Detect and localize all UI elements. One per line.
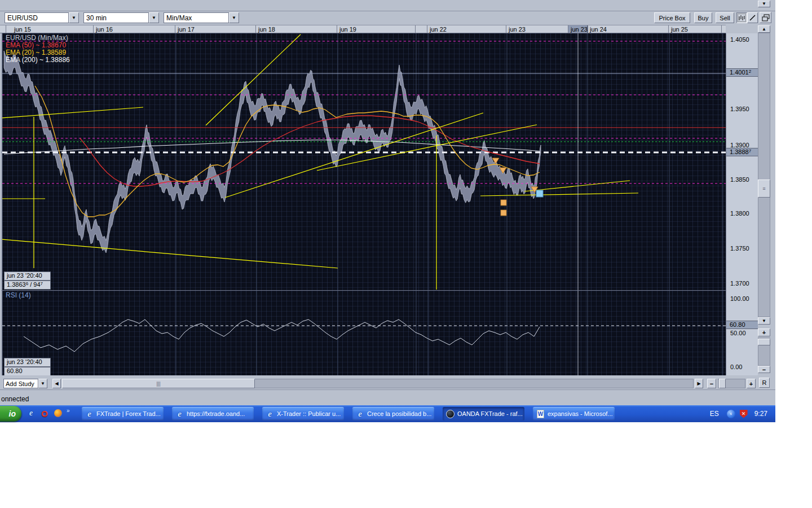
- rsi-vscroll-thumb[interactable]: [758, 339, 770, 345]
- ie-icon: e: [266, 410, 274, 418]
- date-axis: jun 15jun 16jun 17jun 18jun 19jun 22jun …: [0, 25, 726, 33]
- scroll-right-button[interactable]: ▶: [695, 379, 703, 388]
- taskbar-button[interactable]: eFXTrade | Forex Trad...: [82, 407, 164, 421]
- price-tick-label: 1.3950: [730, 106, 749, 112]
- system-tray: ES‹✕9:27: [710, 405, 775, 422]
- chart-vscroll-thumb[interactable]: ≡: [758, 179, 770, 198]
- rsi-crosshair-time-box: jun 23 '20:40: [4, 358, 51, 367]
- instrument-select-arrow[interactable]: ▼: [69, 12, 79, 23]
- date-tick-label: jun 25: [671, 26, 688, 33]
- desktop: ▼ EUR/USD ▼ 30 min ▼ Min/Max ▼ Price Box…: [0, 0, 812, 508]
- date-divider: [415, 25, 416, 33]
- taskbar-button-label: Crece la posibilidad b...: [367, 410, 431, 417]
- quicklaunch-opera-icon[interactable]: O: [39, 408, 50, 418]
- outer-scroll-down-button[interactable]: ▼: [758, 1, 770, 7]
- date-divider: [6, 25, 6, 33]
- zoom-in-h-button[interactable]: +: [747, 379, 756, 388]
- taskbar-button[interactable]: eCrece la posibilidad b...: [352, 407, 434, 421]
- price-tick-label: 0.00: [730, 364, 742, 370]
- price-value-box: 60.80: [726, 321, 758, 329]
- reset-view-button[interactable]: R: [759, 378, 770, 388]
- tray-security-alert-icon[interactable]: ✕: [740, 410, 748, 418]
- chart-hscroll-thumb[interactable]: |||: [62, 379, 255, 388]
- date-divider: [337, 25, 337, 33]
- zoom-in-v-button[interactable]: +: [758, 329, 770, 336]
- taskbar-button-label: X-Trader :: Publicar u...: [277, 410, 341, 417]
- date-tick-label: jun 24: [590, 26, 607, 33]
- price-value-box: 1.40012: [726, 68, 758, 77]
- date-divider: [668, 25, 669, 33]
- status-bar: onnected: [0, 389, 775, 406]
- quicklaunch-ie-icon[interactable]: e: [26, 408, 36, 418]
- taskbar-button[interactable]: eX-Trader :: Publicar u...: [262, 407, 344, 421]
- crosshair-time-box: jun 23 '20:40: [4, 271, 51, 281]
- cascade-windows-button[interactable]: [760, 12, 771, 23]
- taskbar-button-label: FXTrade | Forex Trad...: [96, 410, 161, 417]
- buy-button[interactable]: Buy: [694, 12, 712, 23]
- instrument-select[interactable]: EUR/USD: [5, 12, 69, 23]
- tray-clock: 9:27: [754, 410, 767, 418]
- chart-type-select-arrow[interactable]: ▼: [229, 12, 239, 23]
- price-tick-label: 1.3850: [730, 176, 749, 183]
- date-divider: [255, 25, 256, 33]
- date-tick-label: jun 15: [14, 26, 31, 33]
- legend-ema50: EMA (50) ~ 1.38670: [6, 41, 66, 49]
- zoom-out-v-button[interactable]: −: [758, 366, 770, 373]
- taskbar-button[interactable]: OANDA FXTrade - raf...: [443, 407, 524, 421]
- add-study-select[interactable]: Add Study: [3, 379, 38, 388]
- start-button[interactable]: io: [0, 406, 21, 422]
- date-divider: [588, 25, 588, 33]
- price-tick-label: 1.3800: [730, 210, 749, 217]
- chevron-up-icon: ▲: [762, 27, 766, 32]
- price-box-button[interactable]: Price Box: [654, 12, 690, 23]
- top-strip: [0, 0, 775, 11]
- taskbar-button[interactable]: Wexpansivas - Microsof...: [533, 407, 615, 421]
- date-tick-label: jun 22: [430, 26, 447, 33]
- date-divider: [506, 25, 506, 33]
- chart-scroll-up-button[interactable]: ▲: [758, 25, 770, 33]
- quicklaunch-chevron-icon[interactable]: »: [67, 408, 70, 414]
- rsi-crosshair-value-box: 60.80: [4, 367, 51, 375]
- date-tick-label: jun 17: [178, 26, 195, 33]
- chevron-down-icon: ▼: [232, 16, 236, 20]
- cascade-windows-icon: [762, 14, 770, 21]
- sell-button[interactable]: Sell: [716, 12, 734, 23]
- price-tick-label: 50.00: [730, 330, 746, 336]
- date-highlight-label: jun 23: [571, 26, 588, 33]
- chart-vscroll-track[interactable]: [758, 33, 770, 317]
- bars-tool-button[interactable]: [736, 12, 747, 23]
- word-icon: W: [536, 410, 545, 418]
- date-divider: [93, 25, 94, 33]
- ie-icon: e: [356, 410, 364, 418]
- interval-select[interactable]: 30 min: [83, 12, 149, 23]
- price-axis: 1.40501.39501.39001.38501.38001.37501.37…: [726, 33, 758, 375]
- chevron-right-icon: ▶: [697, 382, 700, 386]
- zoom-h-thumb[interactable]: [719, 379, 726, 388]
- price-value-box: 1.38887: [726, 148, 758, 156]
- oanda-icon: [446, 410, 454, 418]
- scroll-left-button[interactable]: ◀: [52, 379, 61, 388]
- price-tick-label: 1.3750: [730, 245, 749, 252]
- rsi-label: RSI (14): [6, 291, 31, 299]
- connection-status: onnected: [1, 395, 29, 403]
- tray-hide-icons-button[interactable]: ‹: [727, 410, 735, 418]
- quicklaunch-mediaplayer-icon[interactable]: [53, 408, 63, 418]
- ie-icon: e: [85, 410, 94, 418]
- rsi-chart-area[interactable]: RSI (14) jun 23 '20:40 60.80: [1, 290, 726, 375]
- legend-instrument: EUR/USD (Min/Max): [6, 34, 68, 42]
- main-chart-area[interactable]: EUR/USD (Min/Max) EMA (50) ~ 1.38670 EMA…: [1, 33, 726, 290]
- zoom-out-h-button[interactable]: −: [707, 379, 716, 388]
- date-tick-label: jun 23: [509, 26, 526, 33]
- taskbar-button[interactable]: ehttps://fxtrade.oand...: [172, 407, 254, 421]
- ie-icon: e: [175, 410, 184, 418]
- add-study-arrow[interactable]: ▼: [38, 379, 47, 388]
- date-divider: [427, 25, 427, 33]
- price-tick-label: 1.4050: [730, 36, 749, 43]
- draw-line-tool-button[interactable]: [747, 12, 758, 23]
- price-tick-label: 1.3700: [730, 280, 749, 287]
- chart-scroll-down-button[interactable]: ▼: [758, 317, 770, 325]
- tray-language-indicator[interactable]: ES: [710, 410, 719, 418]
- chart-type-select[interactable]: Min/Max: [164, 12, 229, 23]
- interval-select-arrow[interactable]: ▼: [149, 12, 159, 23]
- date-divider: [721, 25, 722, 33]
